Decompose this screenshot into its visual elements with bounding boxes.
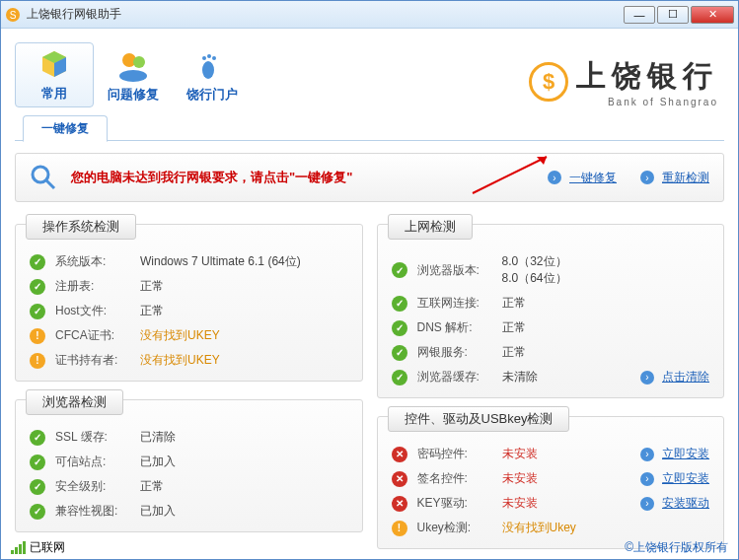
main-toolbar: 常用 问题修复 饶行门户 $ 上饶银行 Bank of Shangrao [15,36,724,107]
titlebar: S 上饶银行网银助手 — ☐ ✕ [1,1,738,29]
check-value: Windows 7 Ultimate 6.1 (64位) [140,253,348,270]
check-row: ✓兼容性视图:已加入 [30,499,348,524]
status-ok-icon: ✓ [30,455,45,470]
check-row: ✓注册表:正常 [30,274,348,299]
status-ok-icon: ✓ [392,345,407,361]
toolbar-repair[interactable]: 问题修复 [94,44,173,107]
check-value: 正常 [140,478,348,495]
panel-net: 上网检测 ✓浏览器版本:8.0（32位） 8.0（64位）✓互联网连接:正常✓D… [377,224,725,398]
toolbar-common[interactable]: 常用 [15,42,94,107]
status-ok-icon: ✓ [392,262,407,278]
status-ok-icon: ✓ [30,504,45,520]
check-row: ✓浏览器缓存:未清除›点击清除 [392,365,710,389]
check-label: DNS 解析: [417,319,502,336]
check-row: ✓可信站点:已加入 [30,450,348,474]
check-value: 正常 [502,295,710,312]
status-ok-icon: ✓ [30,254,45,270]
bank-logo-icon: $ [529,62,568,102]
check-row: !CFCA证书:没有找到UKEY [30,323,348,348]
check-value: 正常 [502,319,710,336]
copyright: ©上饶银行版权所有 [625,539,728,556]
row-action-link[interactable]: 立即安装 [662,470,709,487]
status-ok-icon: ✓ [392,296,407,312]
check-label: Ukey检测: [417,520,502,536]
recheck-link[interactable]: 重新检测 [662,170,709,186]
check-label: 注册表: [55,278,140,295]
status-ok-icon: ✓ [392,370,407,385]
cube-icon [16,47,93,83]
check-label: 可信站点: [55,454,140,470]
alert-box: 您的电脑未达到我行网银要求，请点击"一键修复" ›一键修复 ›重新检测 [15,153,724,202]
check-value: 8.0（32位） 8.0（64位） [502,253,710,287]
check-label: CFCA证书: [55,327,140,344]
check-value: 未安装 [502,495,641,512]
status-ok-icon: ✓ [30,430,45,446]
status-warn-icon: ! [30,353,45,369]
svg-point-9 [202,56,206,60]
arrow-icon: › [640,371,654,385]
check-row: ✓互联网连接:正常 [392,291,710,315]
check-row: ✓浏览器版本:8.0（32位） 8.0（64位） [392,249,710,291]
check-value: 未安装 [502,446,641,462]
svg-text:S: S [10,10,17,21]
alert-text: 您的电脑未达到我行网银要求，请点击"一键修复" [71,169,352,186]
magnifier-icon [30,164,57,191]
arrow-icon: › [640,448,654,461]
row-action-link[interactable]: 立即安装 [662,446,709,462]
bank-logo: $ 上饶银行 Bank of Shangrao [529,56,724,107]
toolbar-portal[interactable]: 饶行门户 [173,44,252,107]
status-ok-icon: ✓ [30,479,45,495]
svg-point-6 [133,56,145,68]
people-icon [94,48,173,84]
check-label: 网银服务: [417,344,502,361]
panel-usb: 控件、驱动及USBkey检测 ✕密码控件:未安装›立即安装✕签名控件:未安装›立… [377,416,725,549]
arrow-icon: › [640,497,654,511]
check-label: 浏览器缓存: [417,369,502,385]
status-err-icon: ✕ [392,496,407,512]
arrow-icon: › [548,171,561,184]
check-label: SSL 缓存: [55,429,140,446]
status-ok-icon: ✓ [30,279,45,295]
minimize-button[interactable]: — [624,6,655,24]
arrow-icon: › [640,171,654,184]
check-value: 正常 [140,303,348,319]
maximize-button[interactable]: ☐ [657,6,689,24]
svg-point-12 [33,167,48,182]
check-label: Host文件: [55,303,140,319]
row-action-link[interactable]: 点击清除 [662,369,709,385]
check-row: !证书持有者:没有找到UKEY [30,348,348,373]
check-row: ✓系统版本:Windows 7 Ultimate 6.1 (64位) [30,249,348,274]
check-row: ✕KEY驱动:未安装›安装驱动 [392,491,710,516]
svg-point-7 [119,70,147,82]
status-err-icon: ✕ [392,447,407,462]
check-value: 正常 [140,278,348,295]
check-value: 没有找到UKEY [140,352,348,369]
check-label: 签名控件: [417,470,502,487]
check-label: 证书持有者: [55,352,140,369]
check-label: 兼容性视图: [55,503,140,520]
check-value: 没有找到UKEY [140,327,348,344]
footprint-icon [173,48,252,84]
status-ok-icon: ✓ [392,320,407,336]
check-value: 已清除 [140,429,348,446]
check-value: 没有找到Ukey [502,520,710,536]
status-err-icon: ✕ [392,471,407,487]
statusbar: 已联网 ©上饶银行版权所有 [1,535,738,559]
status-warn-icon: ! [30,328,45,344]
svg-point-11 [212,56,216,60]
tabbar: 一键修复 [15,113,724,141]
check-row: ✓Host文件:正常 [30,299,348,323]
check-label: KEY驱动: [417,495,502,512]
svg-point-8 [202,61,214,79]
check-label: 密码控件: [417,446,502,462]
window-title: 上饶银行网银助手 [27,6,121,23]
status-ok-icon: ✓ [30,304,45,319]
check-label: 浏览器版本: [417,262,502,279]
svg-point-10 [207,54,211,58]
close-button[interactable]: ✕ [691,6,734,24]
check-value: 已加入 [140,503,348,520]
one-click-repair-link[interactable]: 一键修复 [569,170,617,186]
row-action-link[interactable]: 安装驱动 [662,495,709,512]
check-row: ✓DNS 解析:正常 [392,315,710,340]
tab-one-click-repair[interactable]: 一键修复 [23,115,108,142]
